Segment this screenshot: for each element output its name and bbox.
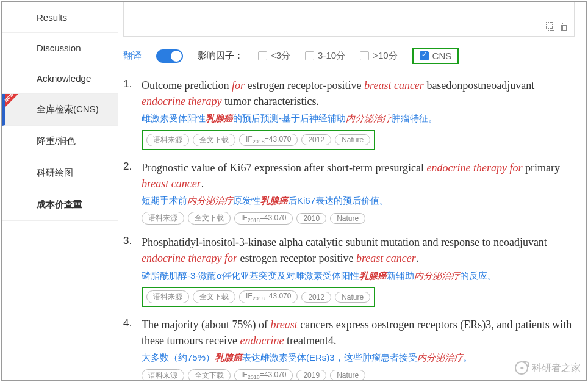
filter-bar: 翻译 影响因子： <3分 3-10分 >10分 CNS xyxy=(118,39,586,73)
filter-opt-gt10[interactable]: >10分 xyxy=(360,50,397,62)
result-translation: 磷脂酰肌醇-3-激酶α催化亚基突变及对雌激素受体阳性乳腺癌新辅助内分泌治疗的反应… xyxy=(142,269,573,283)
sidebar-item-results[interactable]: Results xyxy=(2,2,118,33)
result-item: 4. The majority (about 75%) of breast ca… xyxy=(123,317,573,380)
tag-year[interactable]: 2012 xyxy=(301,134,331,145)
translate-toggle[interactable] xyxy=(156,49,183,63)
result-tags: 语料来源 全文下载 IF2018=43.070 2019 Nature xyxy=(142,369,573,380)
tag-if[interactable]: IF2018=43.070 xyxy=(234,212,293,225)
result-tags: 语料来源 全文下载 IF2018=43.070 2010 Nature xyxy=(142,212,573,225)
tag-if[interactable]: IF2018=43.070 xyxy=(239,290,298,303)
top-icon-group: ⿻ 🗑 xyxy=(546,21,569,32)
tag-journal[interactable]: Nature xyxy=(330,213,365,224)
sidebar-item-label: 全库检索(CNS) xyxy=(37,104,99,114)
result-title[interactable]: Phosphatidyl-inositol-3-kinase alpha cat… xyxy=(142,234,573,266)
filter-opt-lt3[interactable]: <3分 xyxy=(258,50,290,62)
app-frame: Results Discussion Acknowledge 全库检索(CNS)… xyxy=(1,1,587,381)
filter-opt-cns-highlight: CNS xyxy=(412,48,459,64)
new-badge-icon xyxy=(5,94,18,107)
result-body: The majority (about 75%) of breast cance… xyxy=(142,317,573,380)
tag-download[interactable]: 全文下载 xyxy=(193,134,235,146)
result-number: 4. xyxy=(123,317,142,380)
result-number: 3. xyxy=(123,234,142,307)
result-number: 2. xyxy=(123,160,142,225)
tag-year[interactable]: 2019 xyxy=(296,370,326,380)
search-box-area: ⿻ 🗑 xyxy=(123,2,575,37)
tag-download[interactable]: 全文下载 xyxy=(188,212,231,225)
result-body: Prognostic value of Ki67 expression afte… xyxy=(142,160,573,225)
result-number: 1. xyxy=(123,77,142,150)
filter-opt-cns[interactable]: CNS xyxy=(420,51,452,61)
result-tags-highlight: 语料来源 全文下载 IF2018=43.070 2012 Nature xyxy=(142,130,375,150)
filter-opt-label: CNS xyxy=(432,51,452,61)
sidebar-item-plagiarism[interactable]: 成本价查重 xyxy=(2,189,118,221)
sidebar-item-cns-search[interactable]: 全库检索(CNS) xyxy=(2,94,118,126)
result-translation: 大多数（约75%）乳腺癌表达雌激素受体(ERs)3，这些肿瘤患者接受内分泌治疗。 xyxy=(142,351,573,365)
tag-source[interactable]: 语料来源 xyxy=(142,369,184,380)
layout: Results Discussion Acknowledge 全库检索(CNS)… xyxy=(2,2,586,380)
tag-if[interactable]: IF2018=43.070 xyxy=(234,369,293,380)
sidebar-item-graphics[interactable]: 科研绘图 xyxy=(2,157,118,189)
checkbox-icon xyxy=(258,51,267,60)
result-body: Phosphatidyl-inositol-3-kinase alpha cat… xyxy=(142,234,573,307)
tag-download[interactable]: 全文下载 xyxy=(188,369,231,380)
translate-label: 翻译 xyxy=(123,50,142,62)
delete-icon[interactable]: 🗑 xyxy=(559,21,569,32)
tag-source[interactable]: 语料来源 xyxy=(146,134,189,146)
sidebar-item-rewrite[interactable]: 降重/润色 xyxy=(2,126,118,157)
checkbox-checked-icon xyxy=(420,51,429,60)
tag-journal[interactable]: Nature xyxy=(330,370,365,380)
sidebar-item-discussion[interactable]: Discussion xyxy=(2,33,118,63)
result-body: Outcome prediction for estrogen receptor… xyxy=(142,77,573,150)
result-item: 3. Phosphatidyl-inositol-3-kinase alpha … xyxy=(123,234,573,307)
result-title[interactable]: Outcome prediction for estrogen receptor… xyxy=(142,77,573,109)
result-title[interactable]: The majority (about 75%) of breast cance… xyxy=(142,317,573,348)
result-item: 1. Outcome prediction for estrogen recep… xyxy=(123,77,573,150)
filter-opt-3-10[interactable]: 3-10分 xyxy=(305,50,345,62)
result-item: 2. Prognostic value of Ki67 expression a… xyxy=(123,160,573,225)
tag-source[interactable]: 语料来源 xyxy=(146,290,189,303)
sidebar: Results Discussion Acknowledge 全库检索(CNS)… xyxy=(2,2,118,380)
main-panel: ⿻ 🗑 翻译 影响因子： <3分 3-10分 >10分 CNS 1. xyxy=(118,2,586,380)
sidebar-item-acknowledge[interactable]: Acknowledge xyxy=(2,63,118,94)
tag-download[interactable]: 全文下载 xyxy=(193,290,235,303)
tag-source[interactable]: 语料来源 xyxy=(142,212,184,225)
filter-opt-label: <3分 xyxy=(271,50,290,62)
tag-if[interactable]: IF2018=43.070 xyxy=(239,134,298,146)
result-translation: 雌激素受体阳性乳腺癌的预后预测-基于后神经辅助内分泌治疗肿瘤特征。 xyxy=(142,112,573,126)
result-tags-highlight: 语料来源 全文下载 IF2018=43.070 2012 Nature xyxy=(142,287,375,307)
checkbox-icon xyxy=(305,51,314,60)
filter-opt-label: 3-10分 xyxy=(318,50,345,62)
tag-journal[interactable]: Nature xyxy=(335,134,370,145)
result-title[interactable]: Prognostic value of Ki67 expression afte… xyxy=(142,160,573,192)
copy-icon[interactable]: ⿻ xyxy=(546,21,556,32)
tag-journal[interactable]: Nature xyxy=(335,292,370,303)
results-list: 1. Outcome prediction for estrogen recep… xyxy=(118,73,586,380)
filter-opt-label: >10分 xyxy=(373,50,397,62)
tag-year[interactable]: 2010 xyxy=(296,213,326,224)
impact-factor-label: 影响因子： xyxy=(198,50,243,62)
result-translation: 短期手术前内分泌治疗原发性乳腺癌后Ki67表达的预后价值。 xyxy=(142,194,573,208)
checkbox-icon xyxy=(360,51,369,60)
tag-year[interactable]: 2012 xyxy=(301,292,331,303)
